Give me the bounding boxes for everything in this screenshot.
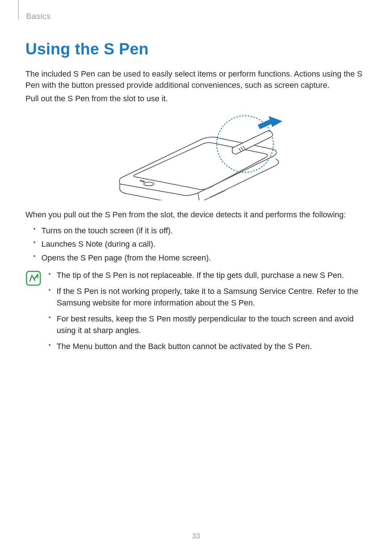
actions-list: Turns on the touch screen (if it is off)… [33,224,367,264]
svg-point-1 [142,181,144,182]
notes-list: The tip of the S Pen is not replaceable.… [49,270,367,356]
notes-item: If the S Pen is not working properly, ta… [49,286,367,309]
svg-point-2 [140,180,142,181]
header-rule [18,0,19,20]
note-icon [25,270,43,356]
actions-item: Opens the S Pen page (from the Home scre… [33,251,367,264]
intro-paragraph-2: Pull out the S Pen from the slot to use … [25,93,367,104]
note-block: The tip of the S Pen is not replaceable.… [25,270,367,356]
figure-phone-pen [25,113,367,200]
intro-paragraph-1: The included S Pen can be used to easily… [25,68,367,91]
svg-marker-8 [269,116,282,127]
page: Basics Using the S Pen The included S Pe… [0,0,392,554]
after-figure-paragraph: When you pull out the S Pen from the slo… [25,209,367,220]
content-area: Using the S Pen The included S Pen can b… [25,40,367,356]
page-number: 33 [0,532,392,540]
actions-item: Launches S Note (during a call). [33,237,367,251]
phone-s-pen-illustration [102,113,290,200]
svg-point-0 [144,182,154,186]
actions-item: Turns on the touch screen (if it is off)… [33,224,367,237]
notes-item: The tip of the S Pen is not replaceable.… [49,270,367,281]
page-title: Using the S Pen [25,40,367,58]
notes-item: The Menu button and the Back button cann… [49,341,367,352]
header-section-label: Basics [26,12,51,21]
notes-item: For best results, keep the S Pen mostly … [49,313,367,336]
